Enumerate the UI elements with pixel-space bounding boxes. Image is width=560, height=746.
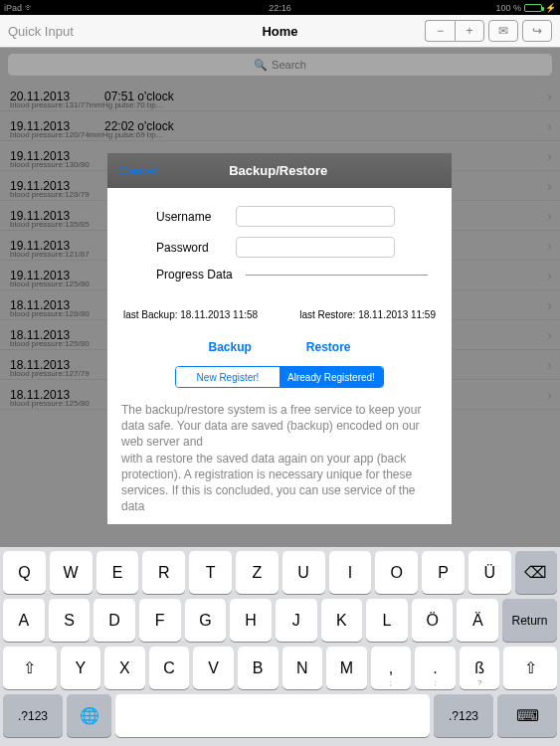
key-P[interactable]: P xyxy=(422,551,465,594)
username-input[interactable] xyxy=(236,206,395,227)
key-J[interactable]: J xyxy=(276,599,317,642)
key-B[interactable]: B xyxy=(238,647,279,689)
already-registered-button[interactable]: Already Registered! xyxy=(280,367,383,387)
key-X[interactable]: X xyxy=(104,647,145,689)
space-key[interactable] xyxy=(115,694,430,737)
key-Y[interactable]: Y xyxy=(61,647,101,689)
key-V[interactable]: V xyxy=(193,647,234,689)
key-Ä[interactable]: Ä xyxy=(457,599,498,642)
progress-bar xyxy=(246,275,428,276)
key-G[interactable]: G xyxy=(185,599,227,642)
key-I[interactable]: I xyxy=(329,551,372,594)
key-N[interactable]: N xyxy=(282,647,323,689)
key-C[interactable]: C xyxy=(149,647,190,689)
quick-input-button[interactable]: Quick Input xyxy=(8,24,189,39)
wifi-icon: ᯤ xyxy=(25,2,35,13)
key-A[interactable]: A xyxy=(3,599,45,642)
shift-key-right[interactable]: ⇧ xyxy=(503,647,557,689)
minus-button[interactable]: − xyxy=(425,20,455,42)
globe-key[interactable]: 🌐 xyxy=(67,694,111,737)
key-.[interactable]: .: xyxy=(415,647,456,689)
restore-button[interactable]: Restore xyxy=(306,340,351,354)
key-Ü[interactable]: Ü xyxy=(468,551,511,594)
mail-button[interactable]: ✉ xyxy=(488,20,518,42)
key-U[interactable]: U xyxy=(282,551,325,594)
symbols-key[interactable]: .?123 xyxy=(3,694,63,737)
symbols-key-right[interactable]: .?123 xyxy=(434,694,493,737)
battery-icon xyxy=(524,4,542,12)
description-text: The backup/restore system is a free serv… xyxy=(121,402,438,514)
backup-restore-modal: Cancel Backup/Restore Username Password … xyxy=(107,153,452,524)
key-ß[interactable]: ß? xyxy=(460,647,500,689)
key-M[interactable]: M xyxy=(326,647,367,689)
battery-pct: 100 % xyxy=(495,3,521,13)
key-D[interactable]: D xyxy=(93,599,135,642)
key-K[interactable]: K xyxy=(321,599,363,642)
page-title: Home xyxy=(189,24,370,39)
register-segment: New Register! Already Registered! xyxy=(175,366,384,388)
new-register-button[interactable]: New Register! xyxy=(176,367,280,387)
password-input[interactable] xyxy=(236,237,395,258)
backspace-key[interactable]: ⌫ xyxy=(515,551,557,594)
key-Z[interactable]: Z xyxy=(236,551,279,594)
modal-title: Backup/Restore xyxy=(116,163,440,178)
key-W[interactable]: W xyxy=(50,551,93,594)
progress-label: Progress Data xyxy=(156,268,246,281)
plus-button[interactable]: + xyxy=(455,20,484,42)
key-L[interactable]: L xyxy=(366,599,408,642)
key-Ö[interactable]: Ö xyxy=(412,599,454,642)
nav-bar: Quick Input Home − + ✉ ↪ xyxy=(0,15,560,48)
key-R[interactable]: R xyxy=(142,551,185,594)
last-restore-text: last Restore: 18.11.2013 11:59 xyxy=(299,309,436,320)
key-S[interactable]: S xyxy=(49,599,91,642)
status-time: 22:16 xyxy=(188,3,372,13)
key-Q[interactable]: Q xyxy=(3,551,46,594)
status-bar: iPad ᯤ 22:16 100 % ⚡ xyxy=(0,0,560,15)
charging-icon: ⚡ xyxy=(545,3,556,13)
key-H[interactable]: H xyxy=(230,599,272,642)
key-O[interactable]: O xyxy=(375,551,418,594)
return-key[interactable]: Return xyxy=(502,599,557,642)
share-button[interactable]: ↪ xyxy=(522,20,552,42)
key-,[interactable]: ,; xyxy=(371,647,412,689)
key-T[interactable]: T xyxy=(189,551,232,594)
password-label: Password xyxy=(156,241,236,255)
key-F[interactable]: F xyxy=(139,599,181,642)
backup-button[interactable]: Backup xyxy=(208,340,251,354)
hide-keyboard-key[interactable]: ⌨ xyxy=(497,694,557,737)
last-backup-text: last Backup: 18.11.2013 11:58 xyxy=(123,309,258,320)
username-label: Username xyxy=(156,210,236,224)
keyboard: QWERTZUIOPÜ⌫ ASDFGHJKLÖÄReturn ⇧YXCVBNM,… xyxy=(0,547,560,746)
device-label: iPad xyxy=(4,3,22,13)
key-E[interactable]: E xyxy=(96,551,139,594)
shift-key-left[interactable]: ⇧ xyxy=(3,647,57,689)
